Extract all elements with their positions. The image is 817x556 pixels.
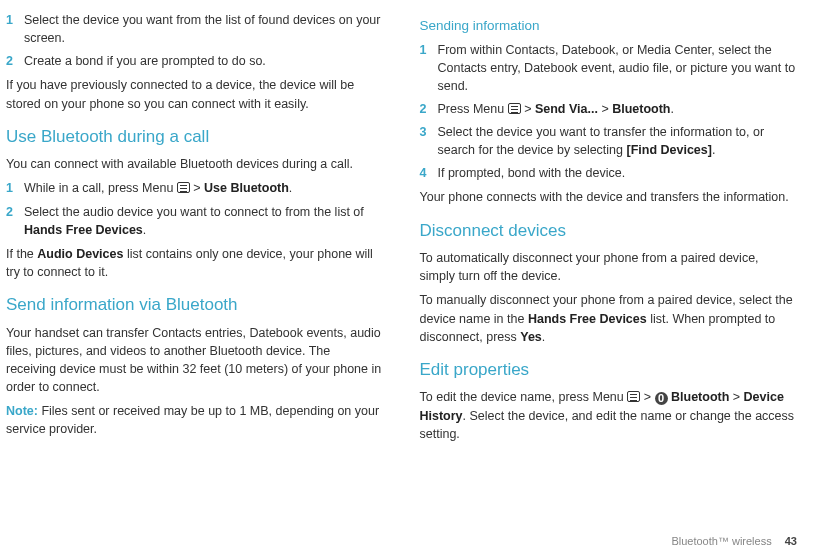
step-text: If prompted, bond with the device. <box>438 164 798 182</box>
text-fragment: Select the audio device you want to conn… <box>24 205 364 219</box>
bold-text: Bluetooth <box>671 390 729 404</box>
step-text: While in a call, press Menu > Use Blueto… <box>24 179 384 197</box>
step-number: 1 <box>6 179 24 197</box>
text-fragment: Files sent or received may be up to 1 MB… <box>6 404 379 436</box>
subsection-heading: Sending information <box>420 16 798 36</box>
body-text: If the Audio Devices list contains only … <box>6 245 384 281</box>
menu-icon <box>177 182 190 193</box>
list-item: 4 If prompted, bond with the device. <box>420 164 798 182</box>
bold-text: [Find Devices] <box>627 143 712 157</box>
section-heading: Use Bluetooth during a call <box>6 125 384 150</box>
step-number: 2 <box>6 203 24 239</box>
step-text: Select the device you want to transfer t… <box>438 123 798 159</box>
text-fragment: To edit the device name, press Menu <box>420 390 628 404</box>
bold-text: Use Bluetooth <box>204 181 289 195</box>
page-number: 43 <box>785 535 797 547</box>
left-column: 1 Select the device you want from the li… <box>6 6 384 449</box>
text-fragment: While in a call, press Menu <box>24 181 177 195</box>
step-number: 1 <box>420 41 438 95</box>
step-number: 4 <box>420 164 438 182</box>
step-text: Select the audio device you want to conn… <box>24 203 384 239</box>
text-fragment: If the <box>6 247 37 261</box>
text-fragment: > <box>729 390 743 404</box>
step-number: 2 <box>6 52 24 70</box>
body-text: Note: Files sent or received may be up t… <box>6 402 384 438</box>
text-fragment: Press Menu <box>438 102 508 116</box>
text-fragment: Select the device you want to transfer t… <box>438 125 765 157</box>
footer-section: Bluetooth™ wireless <box>671 535 771 547</box>
right-column: Sending information 1 From within Contac… <box>420 6 798 449</box>
body-text: You can connect with available Bluetooth… <box>6 155 384 173</box>
list-item: 2 Create a bond if you are prompted to d… <box>6 52 384 70</box>
body-text: To automatically disconnect your phone f… <box>420 249 798 285</box>
body-text: If you have previously connected to a de… <box>6 76 384 112</box>
bold-text: Hands Free Devices <box>528 312 647 326</box>
list-item: 1 From within Contacts, Datebook, or Med… <box>420 41 798 95</box>
bold-text: Send Via... <box>535 102 598 116</box>
step-text: Create a bond if you are prompted to do … <box>24 52 384 70</box>
bold-text: Hands Free Devices <box>24 223 143 237</box>
section-heading: Send information via Bluetooth <box>6 293 384 318</box>
step-text: Press Menu > Send Via... > Bluetooth. <box>438 100 798 118</box>
bold-text: Bluetooth <box>612 102 670 116</box>
menu-icon <box>627 391 640 402</box>
list-item: 3 Select the device you want to transfer… <box>420 123 798 159</box>
bold-text: Audio Devices <box>37 247 123 261</box>
step-number: 2 <box>420 100 438 118</box>
list-item: 2 Select the audio device you want to co… <box>6 203 384 239</box>
text-fragment: > <box>598 102 612 116</box>
section-heading: Disconnect devices <box>420 219 798 244</box>
body-text: To edit the device name, press Menu > 0 … <box>420 388 798 442</box>
page-footer: Bluetooth™ wireless 43 <box>671 534 797 550</box>
list-item: 1 While in a call, press Menu > Use Blue… <box>6 179 384 197</box>
list-item: 1 Select the device you want from the li… <box>6 11 384 47</box>
menu-icon <box>508 103 521 114</box>
body-text: Your handset can transfer Contacts entri… <box>6 324 384 397</box>
list-item: 2 Press Menu > Send Via... > Bluetooth. <box>420 100 798 118</box>
bold-text: Yes <box>520 330 542 344</box>
text-fragment: . Select the device, and edit the name o… <box>420 409 795 441</box>
text-fragment: > <box>190 181 204 195</box>
text-fragment: > <box>640 390 654 404</box>
step-number: 1 <box>6 11 24 47</box>
step-text: Select the device you want from the list… <box>24 11 384 47</box>
page-columns: 1 Select the device you want from the li… <box>6 6 797 449</box>
text-fragment: > <box>521 102 535 116</box>
step-text: From within Contacts, Datebook, or Media… <box>438 41 798 95</box>
body-text: Your phone connects with the device and … <box>420 188 798 206</box>
note-label: Note: <box>6 404 38 418</box>
body-text: To manually disconnect your phone from a… <box>420 291 798 345</box>
section-heading: Edit properties <box>420 358 798 383</box>
bluetooth-icon: 0 <box>655 392 668 405</box>
step-number: 3 <box>420 123 438 159</box>
